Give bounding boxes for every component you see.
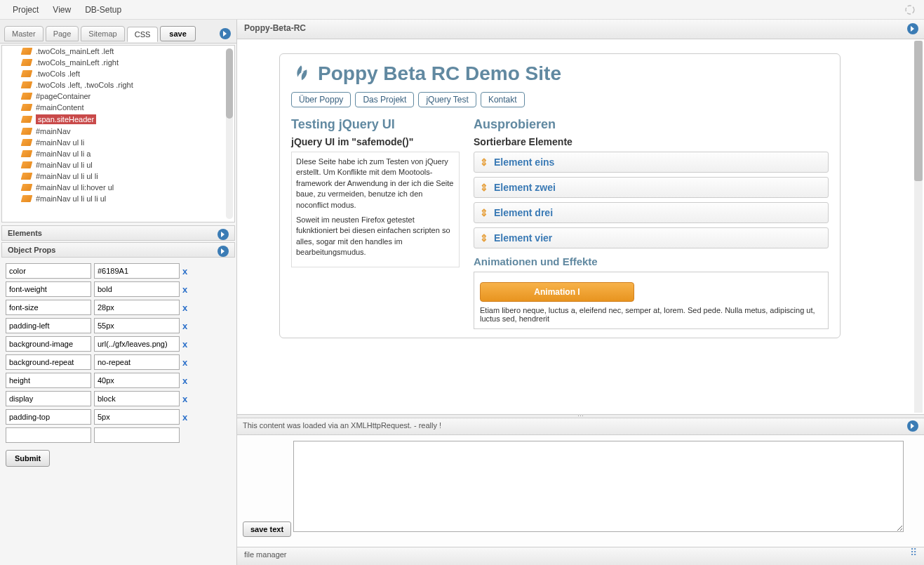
menu-db-setup[interactable]: DB-Setup [78, 2, 128, 18]
prop-key-input[interactable] [6, 300, 91, 315]
css-tree-item[interactable]: #mainContent [2, 102, 234, 113]
prop-row: x [6, 373, 231, 388]
css-tree-label: #mainNav ul li ul li [36, 172, 98, 180]
svg-point-0 [906, 6, 914, 14]
elements-panel-header[interactable]: Elements [1, 225, 235, 241]
drag-handle-icon[interactable]: ⇕ [480, 182, 488, 193]
preview-scrollbar[interactable] [914, 41, 923, 413]
tab-sitemap[interactable]: Sitemap [81, 26, 124, 41]
nav-item[interactable]: Kontakt [481, 92, 525, 107]
sortable-item[interactable]: ⇕Element eins [474, 152, 829, 173]
delete-prop-icon[interactable]: x [182, 266, 187, 277]
css-rule-icon [21, 150, 33, 157]
bottom-bar: file manager ⠿ [237, 547, 924, 565]
prop-value-input[interactable] [94, 300, 180, 315]
delete-prop-icon[interactable]: x [182, 357, 187, 368]
nav-item[interactable]: Über Poppy [291, 92, 351, 107]
resize-dots-icon[interactable]: ⠿ [910, 550, 918, 554]
css-rule-icon [21, 128, 33, 135]
left-tabbar: Master Page Sitemap CSS save [0, 20, 236, 44]
collapse-icon[interactable] [907, 23, 918, 34]
css-tree-item[interactable]: .twoCols_mainLeft .right [2, 57, 234, 68]
submit-button[interactable]: Submit [6, 450, 50, 467]
menu-view[interactable]: View [46, 2, 78, 18]
prop-key-input[interactable] [6, 336, 91, 352]
prop-value-input[interactable] [94, 281, 180, 297]
props-panel-header[interactable]: Object Props [1, 242, 235, 258]
css-tree-item[interactable]: .twoCols .left [2, 68, 234, 79]
prop-value-input-empty[interactable] [94, 427, 180, 443]
save-button[interactable]: save [160, 26, 195, 41]
collapse-icon[interactable] [217, 229, 229, 240]
delete-prop-icon[interactable]: x [182, 321, 187, 331]
tree-scrollbar[interactable] [226, 48, 233, 219]
css-rule-icon [21, 93, 33, 100]
prop-key-input[interactable] [6, 409, 91, 425]
css-tree-item[interactable]: #mainNav ul li ul li [2, 171, 234, 182]
left-col-text: DIese Seite habe ich zum Testen von jQue… [291, 152, 460, 267]
prop-key-input[interactable] [6, 391, 91, 406]
prop-key-input[interactable] [6, 263, 91, 279]
sortable-item[interactable]: ⇕Element zwei [474, 177, 829, 198]
css-rule-icon [21, 139, 33, 146]
editor-textarea[interactable] [293, 441, 904, 532]
css-tree-label: #mainNav ul li [36, 138, 84, 147]
tab-css[interactable]: CSS [127, 27, 159, 42]
animation-button[interactable]: Animation I [480, 282, 634, 302]
sortable-item[interactable]: ⇕Element vier [474, 227, 829, 248]
prop-value-input[interactable] [94, 409, 180, 425]
menu-project[interactable]: Project [6, 2, 46, 18]
css-tree-item[interactable]: #mainNav ul li [2, 137, 234, 148]
collapse-icon[interactable] [220, 28, 231, 39]
css-tree-item[interactable]: #mainNav [2, 126, 234, 137]
tab-page[interactable]: Page [46, 26, 79, 41]
save-text-button[interactable]: save text [243, 521, 291, 537]
text-editor-area: save text [237, 435, 924, 547]
css-rule-icon [21, 48, 33, 55]
prop-key-input[interactable] [6, 373, 91, 388]
prop-value-input[interactable] [94, 391, 180, 406]
delete-prop-icon[interactable]: x [182, 284, 187, 295]
prop-key-input-empty[interactable] [6, 427, 91, 443]
file-manager-label[interactable]: file manager [244, 550, 287, 559]
css-tree-item[interactable]: #mainNav ul li ul li ul [2, 193, 234, 204]
css-tree-item[interactable]: .twoCols .left, .twoCols .right [2, 79, 234, 91]
prop-value-input[interactable] [94, 336, 180, 352]
animations-heading: Animationen und Effekte [474, 255, 829, 267]
prop-value-input[interactable] [94, 373, 180, 388]
delete-prop-icon[interactable]: x [182, 339, 187, 350]
prop-key-input[interactable] [6, 281, 91, 297]
prop-key-input[interactable] [6, 354, 91, 370]
tab-master[interactable]: Master [4, 26, 43, 41]
css-tree-item[interactable]: .twoCols_mainLeft .left [2, 46, 234, 57]
collapse-icon[interactable] [907, 420, 918, 432]
css-tree-item[interactable]: #pageContainer [2, 91, 234, 102]
preview-body[interactable]: Poppy Beta RC Demo Site Über Poppy Das P… [237, 39, 924, 414]
css-tree-item[interactable]: span.siteHeader [2, 113, 234, 126]
drag-handle-icon[interactable]: ⇕ [480, 207, 488, 218]
nav-item[interactable]: Das Projekt [355, 92, 414, 107]
drag-handle-icon[interactable]: ⇕ [480, 232, 488, 244]
css-tree-item[interactable]: #mainNav ul li:hover ul [2, 182, 234, 193]
delete-prop-icon[interactable]: x [182, 394, 187, 404]
prop-value-input[interactable] [94, 263, 180, 279]
prop-value-input[interactable] [94, 354, 180, 370]
delete-prop-icon[interactable]: x [182, 412, 187, 423]
nav-item[interactable]: jQuery Test [418, 92, 476, 107]
drag-handle-icon[interactable]: ⇕ [480, 157, 488, 168]
prop-row: x [6, 263, 231, 279]
right-column: Poppy-Beta-RC Poppy Beta RC Demo Site Üb… [237, 20, 924, 565]
prop-row: x [6, 336, 231, 352]
css-tree-item[interactable]: #mainNav ul li ul [2, 159, 234, 171]
prop-value-input[interactable] [94, 318, 180, 333]
css-tree-label: .twoCols .left [36, 69, 80, 78]
prop-key-input[interactable] [6, 318, 91, 333]
delete-prop-icon[interactable]: x [182, 303, 187, 313]
delete-prop-icon[interactable]: x [182, 375, 187, 386]
sortable-item[interactable]: ⇕Element drei [474, 202, 829, 223]
sortable-label: Element drei [494, 207, 553, 218]
prop-row: x [6, 354, 231, 370]
css-tree-item[interactable]: #mainNav ul li a [2, 148, 234, 159]
collapse-icon[interactable] [217, 246, 229, 257]
css-selector-tree[interactable]: .twoCols_mainLeft .left.twoCols_mainLeft… [1, 45, 235, 222]
